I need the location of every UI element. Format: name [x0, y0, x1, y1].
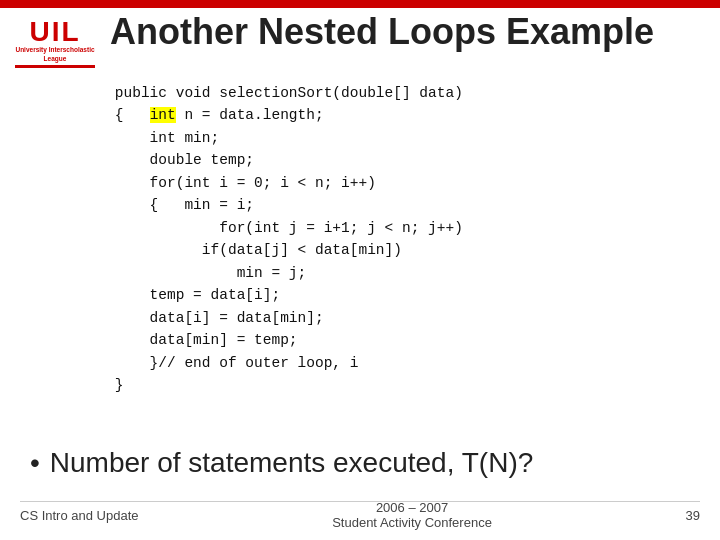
- bullet-text: Number of statements executed, T(N)?: [50, 446, 533, 480]
- bullet-dot: •: [30, 448, 40, 479]
- code-block: public void selectionSort(double[] data)…: [80, 82, 700, 397]
- footer-left: CS Intro and Update: [20, 508, 139, 523]
- logo-area: UIL University Interscholastic League: [10, 8, 100, 78]
- footer-right: 39: [686, 508, 700, 523]
- footer-center: 2006 – 2007 Student Activity Conference: [332, 500, 492, 530]
- highlight-int: int: [150, 107, 176, 123]
- top-bar: [0, 0, 720, 8]
- footer: CS Intro and Update 2006 – 2007 Student …: [0, 500, 720, 530]
- slide-container: UIL University Interscholastic League An…: [0, 0, 720, 540]
- uil-logo-text: UIL: [29, 18, 80, 46]
- bullet-section: • Number of statements executed, T(N)?: [30, 446, 700, 480]
- slide-title: Another Nested Loops Example: [110, 12, 700, 52]
- logo-underline: [15, 65, 95, 68]
- logo-subtitle: University Interscholastic League: [15, 46, 94, 63]
